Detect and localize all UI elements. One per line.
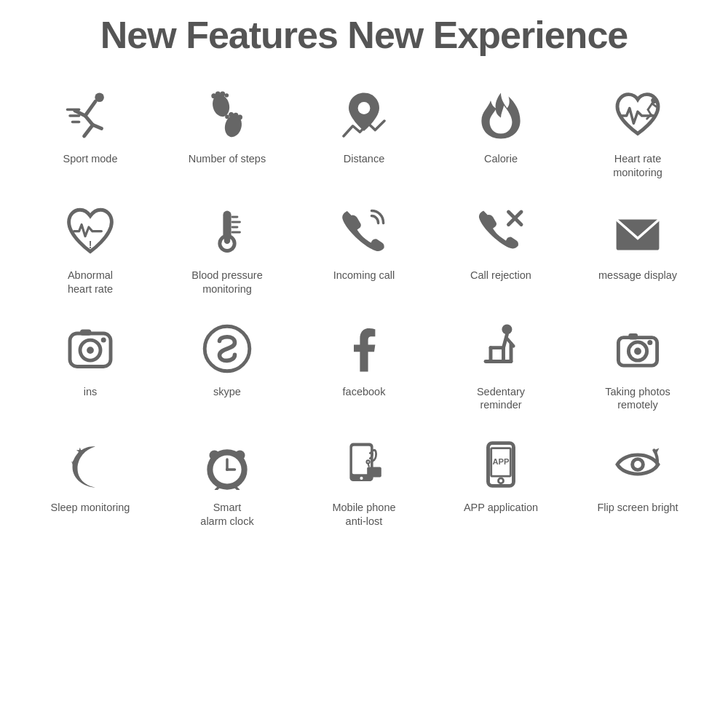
feature-flip-screen-bright: Flip screen bright xyxy=(569,425,706,542)
features-grid: Sport mode Number of steps xyxy=(22,76,706,542)
feature-sleep-monitoring: ★ ★ Sleep monitoring xyxy=(22,425,159,542)
app-application-label: APP application xyxy=(464,501,538,515)
feature-sport-mode: Sport mode xyxy=(22,76,159,193)
feature-mobile-phone-anti-lost: Mobile phoneanti-lost xyxy=(296,425,432,542)
feature-blood-pressure-monitoring: Blood pressuremonitoring xyxy=(159,193,296,309)
incoming-call-icon xyxy=(331,203,397,261)
feature-heart-rate-monitoring: Heart ratemonitoring xyxy=(569,76,706,193)
svg-line-5 xyxy=(93,125,102,129)
sport-mode-label: Sport mode xyxy=(63,152,118,166)
number-of-steps-label: Number of steps xyxy=(189,152,266,166)
flip-screen-bright-icon xyxy=(605,435,670,494)
feature-app-application: APP APP application xyxy=(432,425,569,542)
sedentary-reminder-label: Sedentaryreminder xyxy=(477,385,525,413)
skype-icon xyxy=(194,320,260,378)
svg-point-64 xyxy=(226,468,229,471)
message-display-label: message display xyxy=(598,269,677,282)
feature-message-display: message display xyxy=(569,193,706,309)
abnormal-heart-rate-icon: ! xyxy=(58,203,123,261)
app-application-icon: APP xyxy=(468,435,534,494)
abnormal-heart-rate-label: Abnormalheart rate xyxy=(68,269,113,296)
svg-rect-70 xyxy=(367,467,381,478)
feature-sedentary-reminder: Sedentaryreminder xyxy=(432,309,569,426)
number-of-steps-icon xyxy=(194,87,260,145)
feature-smart-alarm-clock: Smartalarm clock xyxy=(159,425,296,542)
svg-text:★: ★ xyxy=(71,459,76,466)
svg-rect-41 xyxy=(80,329,91,335)
skype-label: skype xyxy=(213,385,241,399)
svg-text:★: ★ xyxy=(76,446,84,456)
incoming-call-label: Incoming call xyxy=(333,269,395,282)
svg-point-52 xyxy=(634,347,641,355)
page-title: New Features New Experience xyxy=(100,15,628,56)
feature-incoming-call: Incoming call xyxy=(296,193,432,309)
facebook-label: facebook xyxy=(343,385,386,399)
svg-point-69 xyxy=(360,477,363,480)
heart-rate-monitoring-icon xyxy=(605,87,670,145)
svg-point-18 xyxy=(237,115,242,120)
svg-line-65 xyxy=(216,486,220,490)
distance-icon xyxy=(331,87,397,145)
feature-skype: skype xyxy=(159,309,296,426)
svg-point-54 xyxy=(647,340,652,345)
smart-alarm-clock-label: Smartalarm clock xyxy=(200,501,253,529)
feature-abnormal-heart-rate: ! Abnormalheart rate xyxy=(22,193,159,309)
svg-point-15 xyxy=(225,115,229,119)
ins-label: ins xyxy=(84,385,98,399)
blood-pressure-monitoring-label: Blood pressuremonitoring xyxy=(191,269,263,296)
svg-point-40 xyxy=(87,347,94,354)
svg-text:APP: APP xyxy=(492,457,510,466)
call-rejection-icon xyxy=(468,203,534,261)
feature-facebook: facebook xyxy=(296,309,432,426)
sedentary-reminder-icon xyxy=(468,320,534,378)
svg-line-1 xyxy=(85,102,95,116)
svg-line-2 xyxy=(85,116,93,125)
svg-point-14 xyxy=(225,93,229,98)
call-rejection-label: Call rejection xyxy=(470,269,531,282)
svg-rect-53 xyxy=(628,333,638,339)
feature-ins: ins xyxy=(22,309,159,426)
svg-line-21 xyxy=(648,103,652,109)
svg-point-78 xyxy=(634,461,641,468)
sport-mode-icon xyxy=(58,87,123,145)
svg-rect-30 xyxy=(224,224,230,244)
feature-call-rejection: Call rejection xyxy=(432,193,569,309)
calorie-icon xyxy=(468,87,534,145)
taking-photos-remotely-icon xyxy=(605,320,670,378)
mobile-phone-anti-lost-icon xyxy=(331,435,397,494)
svg-line-66 xyxy=(235,486,239,490)
smart-alarm-clock-icon xyxy=(194,435,260,494)
message-display-icon xyxy=(605,203,670,261)
taking-photos-remotely-label: Taking photosremotely xyxy=(605,385,670,413)
feature-calorie: Calorie xyxy=(432,76,569,193)
calorie-label: Calorie xyxy=(484,152,518,166)
svg-line-23 xyxy=(652,103,657,106)
distance-label: Distance xyxy=(344,152,384,166)
sleep-monitoring-icon: ★ ★ xyxy=(58,435,123,494)
feature-taking-photos-remotely: Taking photosremotely xyxy=(569,309,706,426)
svg-line-3 xyxy=(84,125,93,136)
feature-distance: Distance xyxy=(296,76,432,193)
heart-rate-monitoring-label: Heart ratemonitoring xyxy=(613,152,662,180)
ins-icon xyxy=(58,320,123,378)
facebook-icon xyxy=(331,320,397,378)
svg-text:!: ! xyxy=(89,239,92,250)
svg-point-12 xyxy=(215,92,221,97)
svg-point-16 xyxy=(229,112,234,117)
svg-point-13 xyxy=(220,92,225,97)
svg-point-42 xyxy=(101,337,106,342)
svg-point-19 xyxy=(358,102,371,114)
svg-point-76 xyxy=(499,478,504,483)
flip-screen-bright-label: Flip screen bright xyxy=(597,501,678,515)
sleep-monitoring-label: Sleep monitoring xyxy=(51,501,130,515)
mobile-phone-anti-lost-label: Mobile phoneanti-lost xyxy=(332,501,395,529)
feature-number-of-steps: Number of steps xyxy=(159,76,296,193)
blood-pressure-monitoring-icon xyxy=(194,203,260,261)
